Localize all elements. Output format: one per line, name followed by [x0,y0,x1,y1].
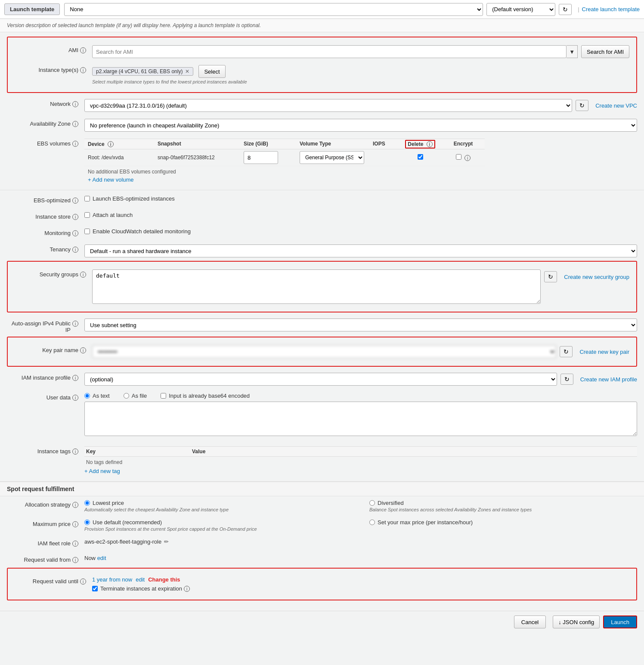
tenancy-select[interactable]: Default - run a shared hardware instance [84,244,637,257]
security-groups-info-icon[interactable]: i [80,272,86,278]
auto-assign-ip-info-icon[interactable]: i [72,321,78,327]
tenancy-info-icon[interactable]: i [72,247,78,253]
user-data-base64-label[interactable]: Input is already base64 encoded [161,393,250,399]
iam-fleet-role-info-icon[interactable]: i [72,541,78,547]
instance-store-checkbox-label[interactable]: Attach at launch [84,212,133,218]
user-data-as-file-radio[interactable] [124,393,129,399]
max-price-info-icon[interactable]: i [72,521,78,527]
az-select[interactable]: No preference (launch in cheapest Availa… [84,119,637,132]
az-info-icon[interactable]: i [72,121,78,127]
security-groups-refresh-button[interactable]: ↻ [544,271,557,282]
main-content: AMI i ▼ Search for AMI Instance type(s) … [0,32,644,607]
ebs-col-vtype-header: Volume Type [300,141,373,147]
key-pair-section: Key pair name i •••••••••• ↻ Create new … [7,337,637,367]
key-pair-select[interactable]: •••••••••• [92,345,556,358]
create-vpc-link[interactable]: Create new VPC [595,102,637,109]
template-select[interactable]: None [64,3,483,16]
ebs-optimized-checkbox-label[interactable]: Launch EBS-optimized instances [84,195,175,202]
create-security-group-link[interactable]: Create new security group [564,274,629,280]
request-valid-from-info-icon[interactable]: i [72,557,78,563]
ami-info-icon[interactable]: i [80,47,86,53]
ebs-optimized-checkbox[interactable] [84,196,90,201]
lowest-price-label[interactable]: Lowest price [84,500,344,506]
version-select[interactable]: (Default version) [486,3,555,16]
device-info-icon[interactable]: i [108,141,114,147]
create-iam-profile-link[interactable]: Create new IAM profile [580,376,637,383]
change-this-label: Change this [148,576,180,583]
allocation-strategy-info-icon[interactable]: i [72,502,78,508]
cancel-button[interactable]: Cancel [514,616,546,628]
request-valid-until-edit-link[interactable]: edit [136,576,145,583]
set-max-col: Set your max price (per instance/hour) [369,519,637,532]
ebs-delete-checkbox[interactable] [418,154,423,160]
iam-profile-control: (optional) ↻ Create new IAM profile [84,373,637,386]
terminate-checkbox[interactable] [92,586,98,591]
ebs-optimized-info-icon[interactable]: i [72,198,78,204]
allocation-strategy-row: Allocation strategy i Lowest price Autom… [0,496,644,516]
network-info-icon[interactable]: i [72,101,78,107]
user-data-base64-checkbox[interactable] [161,393,166,399]
terminate-at-expiration-row: Terminate instances at expiration i [92,585,190,592]
user-data-info-icon[interactable]: i [72,395,78,401]
instance-store-checkbox[interactable] [84,212,90,218]
request-valid-until-section: Request valid until i 1 year from now ed… [7,568,637,600]
select-instance-type-button[interactable]: Select [198,65,225,78]
ebs-label: EBS volumes i [7,139,84,147]
ebs-info-icon[interactable]: i [72,141,78,147]
json-config-button[interactable]: ↓ JSON config [553,616,600,628]
request-valid-from-edit-link[interactable]: edit [97,555,106,561]
request-valid-until-info-icon[interactable]: i [80,578,86,585]
ebs-vtype-select[interactable]: General Purpose (SSD) [300,151,364,164]
ami-dropdown-arrow[interactable]: ▼ [567,45,578,58]
add-volume-link[interactable]: + Add new volume [88,176,134,183]
iam-fleet-role-label: IAM fleet role i [7,538,84,547]
iam-profile-info-icon[interactable]: i [72,375,78,381]
diversified-radio[interactable] [369,500,375,506]
security-groups-textarea[interactable]: default [92,269,541,304]
lowest-price-radio[interactable] [84,500,90,506]
iam-profile-refresh-button[interactable]: ↻ [560,374,573,385]
network-select[interactable]: vpc-d32c99aa (172.31.0.0/16) (default) [84,99,572,112]
key-pair-refresh-button[interactable]: ↻ [560,346,573,357]
badge-close-icon[interactable]: ✕ [185,68,189,74]
create-key-pair-link[interactable]: Create new key pair [579,349,629,355]
launch-button[interactable]: Launch [603,616,637,628]
security-groups-control: default ↻ Create new security group [92,269,629,304]
ebs-optimized-control: Launch EBS-optimized instances [84,195,637,202]
refresh-button[interactable]: ↻ [559,4,572,15]
user-data-as-text-radio[interactable] [84,393,90,399]
ebs-encrypt-cell: i [442,154,485,161]
ebs-size-input[interactable] [244,151,278,164]
instance-type-info-icon[interactable]: i [80,67,86,73]
use-default-label[interactable]: Use default (recommended) [84,519,344,526]
ebs-encrypt-checkbox[interactable] [456,154,461,160]
key-pair-info-icon[interactable]: i [80,347,86,353]
iam-fleet-role-edit-icon[interactable]: ✏ [164,538,169,545]
instance-store-info-icon[interactable]: i [72,214,78,220]
terminate-checkbox-label[interactable]: Terminate instances at expiration i [92,585,190,592]
ebs-encrypt-info-icon[interactable]: i [464,155,471,161]
auto-assign-ip-select[interactable]: Use subnet setting [84,319,637,331]
create-launch-template-link[interactable]: Create launch template [582,6,640,12]
terminate-info-icon[interactable]: i [184,586,190,592]
network-refresh-button[interactable]: ↻ [576,100,588,111]
ami-search-input[interactable] [92,45,567,58]
set-max-radio[interactable] [369,520,375,525]
request-valid-until-value[interactable]: 1 year from now [92,576,132,583]
user-data-textarea[interactable] [84,402,637,436]
user-data-as-file-label[interactable]: As file [124,393,147,399]
search-ami-button[interactable]: Search for AMI [581,45,629,58]
diversified-label[interactable]: Diversified [369,500,629,506]
add-tag-link[interactable]: + Add new tag [84,468,120,474]
monitoring-checkbox[interactable] [84,229,90,234]
security-groups-row: Security groups i default ↻ Create new s… [8,266,636,307]
user-data-as-text-label[interactable]: As text [84,393,110,399]
delete-info-icon[interactable]: i [427,141,433,147]
set-max-label[interactable]: Set your max price (per instance/hour) [369,519,629,526]
instance-type-control: p2.xlarge (4 vCPU, 61 GiB, EBS only) ✕ S… [92,65,629,84]
monitoring-checkbox-label[interactable]: Enable CloudWatch detailed monitoring [84,228,191,235]
monitoring-info-icon[interactable]: i [72,230,78,236]
iam-profile-select[interactable]: (optional) [84,373,557,386]
use-default-radio[interactable] [84,520,90,525]
instance-tags-info-icon[interactable]: i [72,448,78,455]
